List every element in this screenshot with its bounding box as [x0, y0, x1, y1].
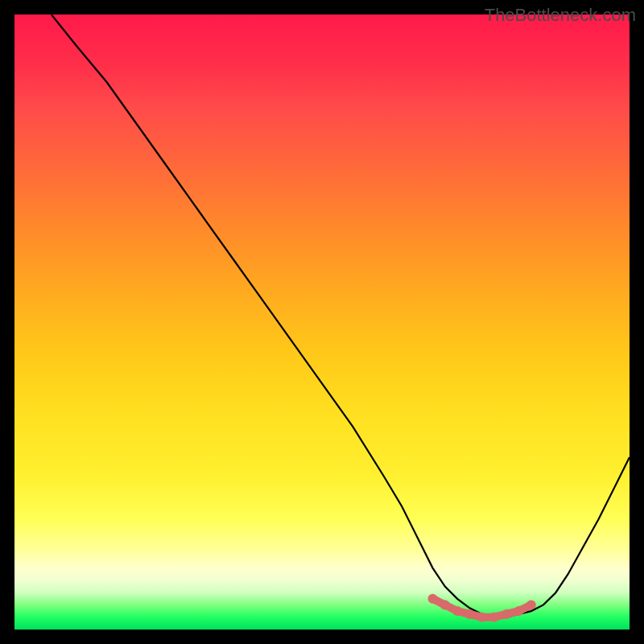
optimal-marker [428, 594, 438, 604]
plot-area [14, 14, 630, 630]
optimal-marker [514, 606, 524, 616]
bottleneck-curve-svg [14, 14, 630, 630]
optimal-markers [428, 594, 536, 622]
optimal-marker [452, 606, 462, 616]
optimal-marker [477, 613, 487, 622]
optimal-marker [502, 609, 511, 619]
watermark-text: TheBottleneck.com [485, 5, 636, 26]
optimal-marker [526, 600, 536, 609]
optimal-marker [489, 613, 499, 622]
curve-path [52, 14, 630, 617]
optimal-marker [440, 600, 450, 609]
optimal-marker [464, 609, 474, 619]
